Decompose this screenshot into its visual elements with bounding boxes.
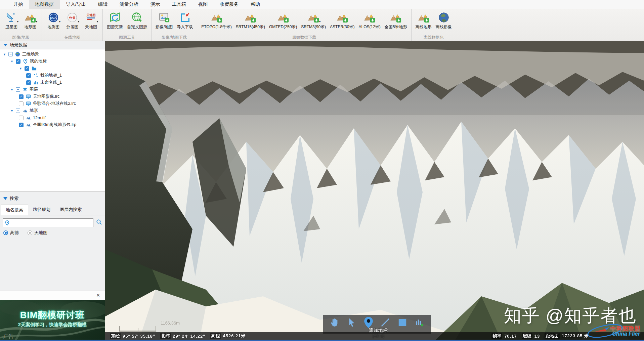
menu-item-toolbox[interactable]: 工具箱 <box>166 0 192 9</box>
province-map-button[interactable]: ▼ 分省图 <box>63 11 81 30</box>
expander-icon[interactable]: ▼ <box>3 53 6 56</box>
pan-hand-icon[interactable] <box>329 317 340 328</box>
search-panel: 搜索 地名搜索 路径规划 图层内搜索 高德 天地图 <box>0 195 105 236</box>
search-header[interactable]: 搜索 <box>0 195 105 203</box>
button-label: 离线影像 <box>436 24 452 30</box>
button-label: 影像/地图 <box>156 24 173 30</box>
ribbon-group-online-maps: ▼ 地质图 ▼ 分省图 ▼ 天地图 在线地图 <box>42 9 103 41</box>
source-update-button[interactable]: 图源更新 <box>105 11 124 30</box>
china-flier-logo: 中科图联盟 China Flier <box>585 321 642 340</box>
layers-icon <box>22 87 28 92</box>
checkbox-checked[interactable]: ✓ <box>19 94 24 99</box>
expander-icon[interactable]: ▼ <box>19 67 23 70</box>
button-label: 图源更新 <box>107 24 123 30</box>
menu-item-paid-services[interactable]: 收费服务 <box>214 0 245 9</box>
gmted-download-button[interactable]: GMTED(250米) <box>268 11 298 30</box>
checkbox-checked[interactable]: ✓ <box>25 66 29 71</box>
tree-item-my-placemark-1[interactable]: ✓ 我的地标_1 <box>0 72 105 79</box>
select-cursor-icon[interactable] <box>346 317 357 328</box>
tianditu-button[interactable]: ▼ 天地图 <box>82 11 100 30</box>
menu-item-help[interactable]: 帮助 <box>245 0 266 9</box>
terrain-icon <box>26 115 31 121</box>
collapse-box-icon[interactable]: − <box>16 109 20 113</box>
tree-item-layers[interactable]: ▼ − 图层 <box>0 86 105 93</box>
ad-close-icon[interactable]: × <box>95 292 101 299</box>
imagery-map-download-button[interactable]: 影像/地图 <box>154 11 174 30</box>
collapse-box-icon[interactable]: − <box>16 87 20 92</box>
etopo-download-button[interactable]: ETOPO(1.8千米) <box>200 11 233 30</box>
expander-icon[interactable]: ▼ <box>10 60 14 63</box>
button-label: 天地图 <box>85 24 97 30</box>
terrain-icon <box>26 122 31 128</box>
draw-rect-icon[interactable] <box>397 317 408 328</box>
menu-item-import-export[interactable]: 导入/导出 <box>60 0 92 9</box>
tree-item-china-90m-terrain[interactable]: ✓ 全国90m离线地形包.lrp <box>0 121 105 128</box>
checkbox-checked[interactable]: ✓ <box>26 73 31 78</box>
button-label: 导入下载 <box>177 24 193 30</box>
offline-terrain-button[interactable]: 离线地形 <box>414 11 433 30</box>
tree-item-my-placemarks[interactable]: ▼ ✓ 我的地标 <box>0 58 105 65</box>
terrain-map-button[interactable]: ▼ 地形图 <box>22 11 39 30</box>
status-right: 帧率 70.17 层级 13 距地面 17223.85 米 <box>491 333 589 339</box>
tab-layer-search[interactable]: 图层内搜索 <box>55 205 86 215</box>
checkbox-checked[interactable]: ✓ <box>19 123 24 127</box>
tab-place-search[interactable]: 地名搜索 <box>1 205 28 215</box>
tree-item-terrain[interactable]: ▼ − 地形 <box>0 107 105 114</box>
offline-imagery-button[interactable]: 离线影像 <box>434 11 453 30</box>
tree-item-label: 未命名线_1 <box>40 80 62 85</box>
menu-item-demo[interactable]: 演示 <box>144 0 166 9</box>
collapse-triangle-icon[interactable] <box>3 197 7 200</box>
map-refresh-icon <box>109 11 121 24</box>
checkbox-checked[interactable]: ✓ <box>16 59 20 64</box>
expander-icon[interactable]: ▼ <box>10 109 14 113</box>
collapse-box-icon[interactable]: − <box>8 52 13 56</box>
tab-route-planning[interactable]: 路径规划 <box>28 205 55 215</box>
scene-data-header[interactable]: 场景数据 <box>0 41 105 49</box>
tree-item-label: 地形 <box>30 108 38 114</box>
tree-item-tianditu-imagery[interactable]: ✓ 天地图影像.lrc <box>0 93 105 100</box>
china-5m-terrain-button[interactable]: 全国5米地形 <box>383 11 409 30</box>
search-input[interactable] <box>11 219 93 226</box>
satellite-map-button[interactable]: ▼ 卫星图 <box>3 11 20 30</box>
alos-download-button[interactable]: ALOS(12米) <box>357 11 382 30</box>
draw-line-icon[interactable] <box>380 317 391 328</box>
search-icon[interactable] <box>96 219 102 226</box>
aster-download-button[interactable]: ASTER(30米) <box>329 11 356 30</box>
terrain-download-icon <box>244 11 257 24</box>
ad-banner[interactable]: BIM翻模研讨班 2天案例学习，快速学会路桥翻模 广告 <box>0 300 105 341</box>
collapse-triangle-icon[interactable] <box>3 44 7 46</box>
menu-item-measure-analyze[interactable]: 测量分析 <box>114 0 144 9</box>
tree-item-12m-tif[interactable]: 12m.tif <box>0 114 105 121</box>
tree-item-folder[interactable]: ▼ ✓ <box>0 65 105 72</box>
tree-item-unnamed-line-1[interactable]: ✓ 未命名线_1 <box>0 79 105 86</box>
checkbox-unchecked[interactable] <box>19 116 24 120</box>
button-label: 地质图 <box>47 24 59 30</box>
menu-item-view[interactable]: 视图 <box>192 0 214 9</box>
radio-label: 高德 <box>10 230 19 236</box>
framerate-readout: 帧率 70.17 <box>491 333 517 339</box>
custom-source-button[interactable]: 自定义图源 <box>126 11 148 30</box>
radio-gaode[interactable]: 高德 <box>3 230 19 236</box>
srtm15-download-button[interactable]: SRTM15(450米) <box>234 11 266 30</box>
ribbon-group-source-tools: 图源更新 自定义图源 图源工具 <box>103 9 152 41</box>
tree-item-google-hybrid[interactable]: 谷歌混合-地球在线2.lrc <box>0 100 105 107</box>
checkbox-checked[interactable]: ✓ <box>26 80 31 85</box>
menu-item-edit[interactable]: 编辑 <box>92 0 114 9</box>
terrain-render <box>105 41 644 341</box>
scene-data-title: 场景数据 <box>10 42 27 48</box>
menu-item-map-data[interactable]: 地图数据 <box>29 0 60 9</box>
geology-map-button[interactable]: ▼ 地质图 <box>45 11 62 30</box>
checkbox-unchecked[interactable] <box>19 101 24 106</box>
import-download-button[interactable]: 导入下载 <box>175 11 194 30</box>
search-input-box[interactable] <box>3 218 93 227</box>
button-label: SRTM3(90米) <box>301 24 326 30</box>
radio-tianditu[interactable]: 天地图 <box>28 230 47 236</box>
terrain-download-icon <box>389 11 402 24</box>
button-label: 离线地形 <box>416 24 432 30</box>
menu-item-start[interactable]: 开始 <box>7 0 29 9</box>
add-chart-icon[interactable] <box>414 317 425 328</box>
expander-icon[interactable]: ▼ <box>10 88 14 91</box>
map-3d-viewport[interactable]: 1166.36m 添加地标 (Alt+1) 知乎 @知乎者也 <box>105 41 644 341</box>
tree-item-3d-scene[interactable]: ▼ − 三维场景 <box>0 51 105 58</box>
srtm3-download-button[interactable]: ▼ SRTM3(90米) <box>300 11 327 30</box>
